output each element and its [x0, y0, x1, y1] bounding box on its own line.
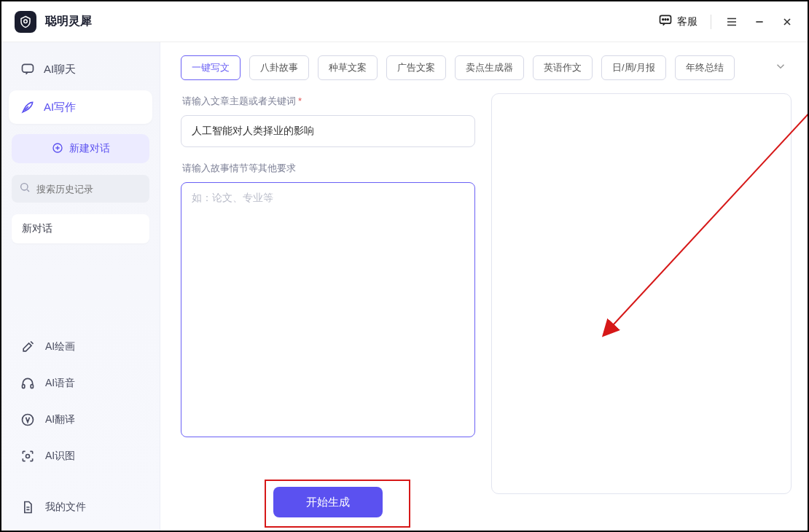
- chat-bubble-icon: [658, 13, 673, 30]
- chip-sellingpoint[interactable]: 卖点生成器: [455, 55, 524, 80]
- sidebar: AI聊天 AI写作 新建对话: [1, 42, 160, 531]
- topic-label: 请输入文章主题或者关键词*: [182, 95, 475, 108]
- chip-zhongcao[interactable]: 种草文案: [318, 55, 378, 80]
- sidebar-tool-image[interactable]: AI识图: [9, 440, 152, 472]
- conversation-item[interactable]: 新对话: [12, 214, 149, 243]
- chip-label: 种草文案: [329, 61, 367, 74]
- minimize-button[interactable]: [752, 15, 767, 29]
- svg-rect-9: [31, 385, 33, 388]
- tool-label: AI绘画: [45, 340, 75, 353]
- sidebar-tool-translate[interactable]: AI翻译: [9, 404, 152, 436]
- svg-rect-8: [23, 385, 25, 388]
- tool-label: AI语音: [45, 377, 75, 390]
- tool-label: AI翻译: [45, 413, 75, 426]
- plus-circle-icon: [52, 142, 63, 156]
- chevron-down-icon: [774, 63, 787, 75]
- detail-label: 请输入故事情节等其他要求: [182, 162, 475, 175]
- main-area: 一键写文 八卦故事 种草文案 广告文案 卖点生成器 英语作文 日/周/月报 年终…: [160, 42, 808, 531]
- required-star: *: [298, 95, 302, 106]
- brush-icon: [20, 340, 35, 354]
- svg-point-2: [663, 19, 664, 20]
- chip-advert[interactable]: 广告文案: [386, 55, 446, 80]
- chip-label: 英语作文: [544, 61, 582, 74]
- search-input[interactable]: [36, 184, 142, 195]
- file-icon: [20, 500, 35, 515]
- detail-textarea[interactable]: [181, 182, 475, 437]
- conversation-label: 新对话: [22, 222, 52, 235]
- chip-label: 卖点生成器: [466, 61, 513, 74]
- output-panel: [491, 93, 792, 494]
- search-box[interactable]: [12, 175, 149, 203]
- customer-service-button[interactable]: 客服: [658, 13, 697, 30]
- topic-label-text: 请输入文章主题或者关键词: [182, 95, 296, 106]
- titlebar: 聪明灵犀 客服: [1, 1, 808, 42]
- chip-gossip[interactable]: 八卦故事: [249, 55, 309, 80]
- topic-input[interactable]: [181, 115, 475, 147]
- chip-label: 广告文案: [397, 61, 435, 74]
- chips-expand-button[interactable]: [770, 57, 792, 79]
- headphones-icon: [20, 376, 35, 391]
- chat-icon: [20, 62, 35, 77]
- chip-label: 八卦故事: [260, 61, 298, 74]
- svg-point-4: [668, 19, 669, 20]
- translate-icon: [20, 412, 35, 427]
- svg-point-7: [21, 184, 28, 190]
- chip-label: 一键写文: [192, 61, 230, 74]
- form-column: 请输入文章主题或者关键词* 请输入故事情节等其他要求 开始生成: [181, 93, 475, 517]
- app-title: 聪明灵犀: [45, 14, 92, 29]
- titlebar-divider: [711, 15, 711, 29]
- sidebar-item-label: AI聊天: [44, 63, 76, 77]
- sidebar-item-chat[interactable]: AI聊天: [9, 52, 152, 86]
- titlebar-right: 客服: [658, 13, 794, 30]
- sidebar-my-files[interactable]: 我的文件: [9, 491, 152, 523]
- generate-label: 开始生成: [306, 496, 350, 509]
- chip-yearend[interactable]: 年终总结: [675, 55, 735, 80]
- new-conversation-button[interactable]: 新建对话: [12, 134, 149, 163]
- svg-point-0: [24, 20, 28, 23]
- chip-label: 年终总结: [686, 61, 724, 74]
- svg-point-3: [665, 19, 666, 20]
- search-icon: [19, 181, 31, 196]
- new-conversation-label: 新建对话: [69, 142, 110, 155]
- sidebar-item-label: AI写作: [44, 101, 76, 114]
- sidebar-item-writing[interactable]: AI写作: [9, 90, 152, 124]
- sidebar-tool-voice[interactable]: AI语音: [9, 367, 152, 399]
- files-label: 我的文件: [45, 501, 86, 514]
- close-button[interactable]: [780, 15, 794, 29]
- menu-button[interactable]: [724, 15, 739, 29]
- generate-button[interactable]: 开始生成: [273, 487, 383, 517]
- sidebar-tool-draw[interactable]: AI绘画: [9, 331, 152, 363]
- svg-rect-5: [23, 64, 34, 72]
- app-logo: [15, 11, 36, 33]
- image-scan-icon: [20, 449, 35, 463]
- chip-english[interactable]: 英语作文: [533, 55, 593, 80]
- template-chips: 一键写文 八卦故事 种草文案 广告文案 卖点生成器 英语作文 日/周/月报 年终…: [181, 55, 792, 80]
- chip-label: 日/周/月报: [612, 61, 655, 74]
- svg-point-11: [26, 455, 30, 458]
- customer-service-label: 客服: [677, 15, 697, 28]
- titlebar-left: 聪明灵犀: [15, 11, 92, 33]
- feather-icon: [20, 100, 35, 114]
- chip-onekey[interactable]: 一键写文: [181, 55, 241, 80]
- chip-report[interactable]: 日/周/月报: [601, 55, 666, 80]
- generate-row: 开始生成: [181, 487, 475, 517]
- tool-label: AI识图: [45, 450, 75, 463]
- detail-label-text: 请输入故事情节等其他要求: [182, 163, 296, 173]
